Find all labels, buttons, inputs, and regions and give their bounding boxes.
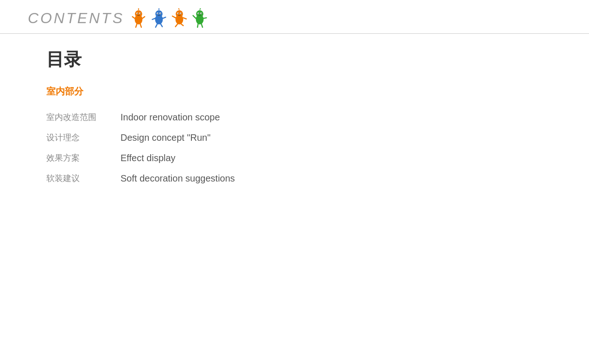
svg-point-29	[181, 13, 182, 14]
svg-point-7	[138, 8, 139, 9]
menu-row-3: 效果方案 Effect display	[46, 148, 235, 168]
menu-item-2-zh: 设计理念	[46, 127, 120, 148]
menu-item-3-en: Effect display	[120, 148, 235, 168]
menu-row-1: 室内改造范围 Indoor renovation scope	[46, 107, 235, 127]
menu-item-3-zh: 效果方案	[46, 148, 120, 168]
svg-line-46	[197, 24, 198, 27]
svg-line-22	[156, 24, 158, 27]
menu-row-4: 软装建议 Soft decoration suggestions	[46, 168, 235, 188]
svg-point-1	[135, 10, 142, 18]
page-title: 目录	[46, 48, 543, 71]
menu-item-4-zh: 软装建议	[46, 168, 120, 188]
svg-point-16	[158, 13, 158, 14]
svg-point-28	[178, 13, 179, 14]
menu-item-1-zh: 室内改造范围	[46, 107, 120, 127]
svg-point-4	[137, 13, 138, 14]
svg-point-13	[155, 10, 163, 18]
svg-point-17	[160, 13, 161, 14]
svg-line-20	[152, 19, 155, 19]
header-title: CONTENTS	[28, 10, 124, 27]
svg-line-32	[172, 16, 176, 18]
svg-point-25	[176, 10, 183, 18]
svg-line-47	[202, 24, 203, 27]
svg-line-23	[161, 24, 163, 27]
blue-mascot	[149, 8, 169, 28]
svg-line-10	[136, 24, 137, 27]
menu-table: 室内改造范围 Indoor renovation scope 设计理念 Desi…	[46, 107, 235, 188]
svg-line-35	[181, 24, 184, 26]
svg-point-41	[201, 13, 202, 14]
svg-point-40	[198, 13, 199, 14]
mascots-group	[129, 8, 209, 28]
svg-point-19	[158, 8, 159, 9]
svg-line-11	[140, 24, 141, 27]
svg-point-5	[140, 13, 141, 14]
section-title: 室内部分	[46, 85, 543, 98]
svg-line-33	[183, 18, 186, 19]
main-content: 目录 室内部分 室内改造范围 Indoor renovation scope 设…	[0, 34, 589, 202]
menu-item-1-en: Indoor renovation scope	[120, 107, 235, 127]
menu-item-4-en: Soft decoration suggestions	[120, 168, 235, 188]
orange-mascot-2	[170, 8, 189, 28]
orange-mascot-1	[129, 8, 148, 28]
svg-line-34	[176, 24, 178, 27]
header: CONTENTS	[0, 0, 589, 34]
menu-row-2: 设计理念 Design concept "Run"	[46, 127, 235, 148]
svg-line-45	[203, 18, 206, 18]
svg-line-21	[163, 17, 165, 18]
svg-point-37	[196, 10, 203, 18]
svg-line-8	[133, 17, 135, 19]
svg-line-44	[193, 16, 196, 19]
menu-item-2-en: Design concept "Run"	[120, 127, 235, 148]
green-mascot	[190, 8, 209, 28]
svg-line-9	[142, 17, 145, 19]
